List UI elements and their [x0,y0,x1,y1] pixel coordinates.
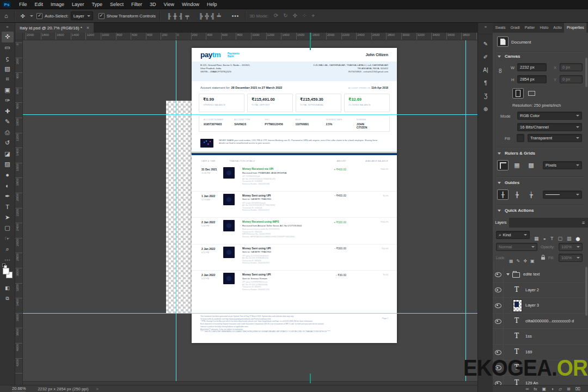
layer-visibility-toggle[interactable] [493,267,504,283]
eraser-tool-icon[interactable]: ◪ [2,149,14,160]
delete-layer-icon[interactable]: ⌧ [575,387,580,391]
rulers-grids-header[interactable]: Rulers & Grids [505,151,535,156]
home-icon[interactable]: ⌂ [4,13,8,19]
brush-settings-icon[interactable]: ✎ [478,37,493,50]
menu-3d[interactable]: 3D [146,0,160,9]
properties-scrollbar[interactable] [585,58,587,87]
foreground-color-swatch[interactable] [3,268,9,274]
rectangle-tool-icon[interactable]: ▢ [2,223,14,234]
layer-mask-icon[interactable]: ▣ [542,387,547,391]
object-selection-tool-icon[interactable]: ▧ [2,64,14,75]
layer-name[interactable]: edite text [523,272,540,277]
quick-actions-caret-icon[interactable] [498,210,501,212]
auto-select-checkbox[interactable]: ✓ [36,13,42,19]
rulers-section-caret-icon[interactable] [498,152,501,155]
glyphs-panel-icon[interactable]: Ʒ [478,89,493,102]
guide-vertical-right[interactable] [465,40,466,381]
height-field[interactable]: 2854 px [517,75,547,83]
tool-preset-caret-icon[interactable] [30,15,33,17]
new-layer-icon[interactable]: ⊞ [567,387,571,391]
zoom-tool-icon[interactable]: ⌕ [2,244,14,255]
menu-select[interactable]: Select [106,0,127,9]
filter-smart-objects-icon[interactable]: ▥ [567,236,572,241]
canvas-section-caret-icon[interactable] [498,56,501,58]
crop-tool-icon[interactable]: ⌗ [2,74,14,85]
path-selection-tool-icon[interactable]: ➤ [2,212,14,223]
layer-row[interactable]: edite text [493,267,588,283]
collapse-panels-icon[interactable]: » [478,23,493,30]
layer-row[interactable]: Layer 3 [493,298,588,314]
menu-window[interactable]: Window [178,0,203,9]
menu-layer[interactable]: Layer [68,0,88,9]
opacity-field[interactable]: 100% [559,243,583,251]
lock-artboard-icon[interactable]: ▣ [530,259,535,264]
dodge-tool-icon[interactable]: ◐ [2,180,14,191]
tab-patter[interactable]: Patter [522,23,537,33]
paint-symmetry-icon[interactable]: ✐ [478,50,493,63]
auto-select-target-dropdown[interactable]: Layer [71,11,93,20]
guide-horizontal-bottom[interactable] [23,313,477,314]
blend-mode-dropdown[interactable]: Normal [496,243,537,251]
canvas-section-header[interactable]: Canvas [505,54,520,59]
ruler-origin-corner[interactable] [15,33,23,40]
units-dropdown[interactable]: Pixels [543,161,582,169]
filter-adjustment-layers-icon[interactable]: ◒ [543,236,546,241]
tab-gradi[interactable]: Gradi [508,23,522,33]
group-caret-icon[interactable] [506,273,510,275]
more-options-icon[interactable]: ••• [232,13,240,19]
adjustment-layer-icon[interactable]: ◑ [551,387,554,391]
frame-tool-icon[interactable]: ▣ [2,85,14,96]
guide-style-dropdown[interactable] [543,191,582,199]
layer-row[interactable]: T1ss [493,329,588,345]
clear-guides-button[interactable]: ╆ [525,189,537,200]
layer-row[interactable]: Tcilta0000000...cccccccc0 d [493,314,588,329]
menu-type[interactable]: Type [88,0,107,9]
show-transform-checkbox[interactable]: ✓ [99,13,105,19]
blur-tool-icon[interactable]: ● [2,170,14,181]
pen-tool-icon[interactable]: ✒ [2,191,14,202]
canvas-area[interactable]: paytm PaymentsBank John Citizen B-121, G… [23,40,477,381]
layers-scrollbar[interactable] [585,267,587,316]
filter-pixel-layers-icon[interactable]: ▦ [534,236,539,241]
layer-name[interactable]: 169 [525,350,532,354]
width-field[interactable]: 2232 px [517,63,547,71]
tab-properties[interactable]: Properties [564,23,586,33]
color-swatches[interactable] [2,266,14,280]
horizontal-ruler[interactable]: 2000180016001400120010008006004002000200… [23,33,477,40]
toolbar-collapse-icon[interactable]: » [0,23,15,32]
layer-name[interactable]: 1ss [525,334,532,339]
guides-header[interactable]: Guides [505,180,519,185]
new-group-icon[interactable]: ▱ [559,387,562,391]
orientation-portrait-button[interactable] [512,88,524,99]
tab-histo[interactable]: Histo [537,23,551,33]
type-tool-icon[interactable]: T [2,201,14,212]
menu-filter[interactable]: Filter [127,0,146,9]
zoom-level-field[interactable]: 20.66% [12,386,26,391]
guide-horizontal-top[interactable] [23,114,477,115]
lock-transparency-icon[interactable]: ▦ [509,259,513,264]
move-tool-preset-icon[interactable]: ✜ [21,13,25,19]
marquee-tool-icon[interactable]: ▭ [2,42,14,53]
document-properties-button[interactable] [497,36,509,47]
tab-close-icon[interactable]: × [87,25,89,30]
menu-image[interactable]: Image [47,0,68,9]
status-chevron-icon[interactable]: > [96,387,98,391]
move-tool-icon[interactable]: ✜ [2,32,14,42]
fill-dropdown[interactable]: Transparent [528,134,582,142]
eyedropper-tool-icon[interactable]: ✑ [2,95,14,106]
paragraph-panel-icon[interactable]: ¶ [478,76,493,89]
tab-actio[interactable]: Actio [551,23,565,33]
horizontal-scrollbar[interactable] [23,381,477,385]
clone-stamp-tool-icon[interactable]: ⎙ [2,127,14,138]
toggle-rulers-button[interactable] [497,160,509,170]
toggle-grid-button[interactable]: ▦ [511,160,523,170]
lasso-tool-icon[interactable]: ϛ [2,53,14,64]
layer-visibility-toggle[interactable] [493,314,504,329]
screen-mode-icon[interactable]: ⧉ [2,293,14,304]
fill-swatch[interactable] [517,134,524,142]
align-top-icon[interactable]: ╤ [185,13,189,19]
distribute-left-icon[interactable]: ╠ [199,13,203,19]
lock-pixels-icon[interactable]: ✎ [517,259,520,264]
tab-layers[interactable]: Layers [493,218,509,228]
layer-visibility-toggle[interactable] [493,298,504,314]
